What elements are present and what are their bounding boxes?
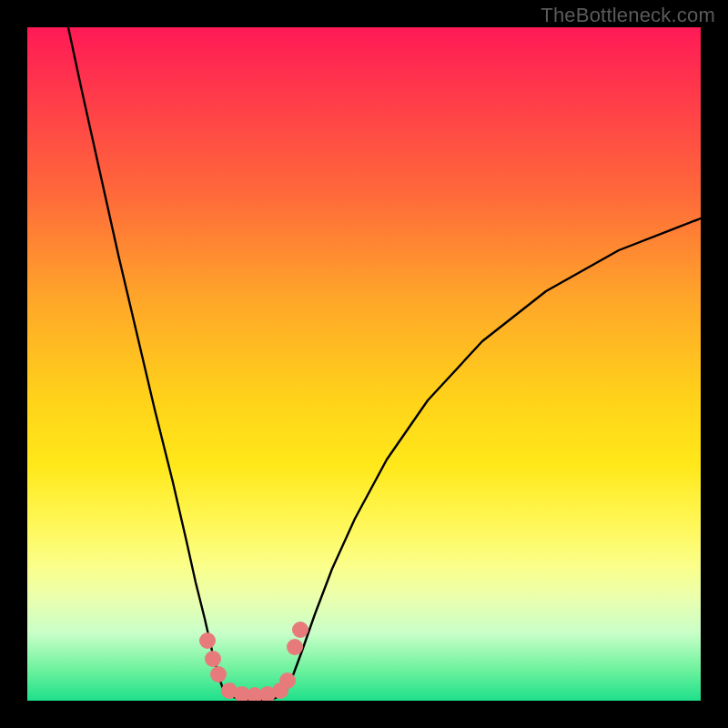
basin-dot bbox=[287, 639, 303, 655]
basin-dot bbox=[210, 666, 227, 682]
basin-dot bbox=[205, 651, 221, 667]
plot-area bbox=[27, 27, 701, 701]
outer-frame: TheBottleneck.com bbox=[0, 0, 728, 728]
basin-dot bbox=[292, 622, 308, 638]
watermark-text: TheBottleneck.com bbox=[541, 4, 715, 27]
basin-dot bbox=[279, 672, 296, 689]
curve-svg bbox=[27, 27, 701, 701]
curve-group bbox=[68, 27, 701, 701]
basin-markers bbox=[199, 622, 308, 701]
bottleneck-curve bbox=[68, 27, 701, 700]
basin-dot bbox=[199, 632, 216, 649]
